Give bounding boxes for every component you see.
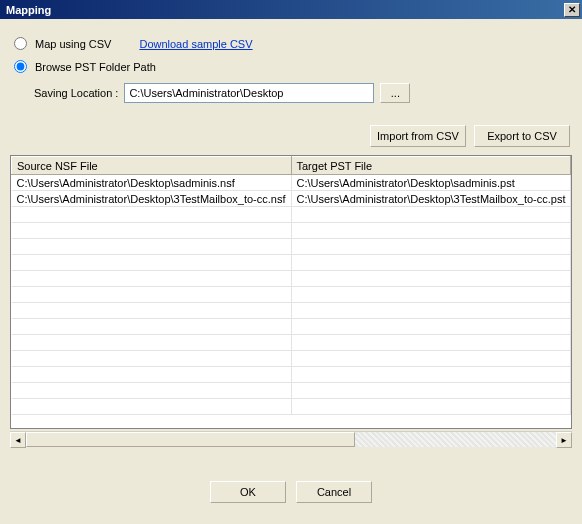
close-button[interactable]: ✕ bbox=[564, 3, 580, 17]
radio-browse-pst[interactable] bbox=[14, 60, 27, 73]
table-row[interactable] bbox=[12, 271, 571, 287]
cancel-button[interactable]: Cancel bbox=[296, 481, 372, 503]
scroll-left-arrow[interactable]: ◄ bbox=[10, 432, 26, 448]
download-sample-link[interactable]: Download sample CSV bbox=[139, 38, 252, 50]
table-row[interactable] bbox=[12, 319, 571, 335]
saving-location-label: Saving Location : bbox=[34, 87, 118, 99]
col-target-header[interactable]: Target PST File bbox=[291, 157, 571, 175]
window-title: Mapping bbox=[6, 4, 564, 16]
cell-target: C:\Users\Administrator\Desktop\3TestMail… bbox=[291, 191, 571, 207]
scroll-right-arrow[interactable]: ► bbox=[556, 432, 572, 448]
table-row[interactable] bbox=[12, 367, 571, 383]
table-row[interactable] bbox=[12, 239, 571, 255]
close-icon: ✕ bbox=[568, 4, 576, 15]
scroll-track[interactable] bbox=[26, 432, 556, 447]
table-row[interactable] bbox=[12, 287, 571, 303]
saving-location-input[interactable] bbox=[124, 83, 374, 103]
export-csv-button[interactable]: Export to CSV bbox=[474, 125, 570, 147]
table-row[interactable] bbox=[12, 351, 571, 367]
table-row[interactable] bbox=[12, 223, 571, 239]
table-row[interactable] bbox=[12, 383, 571, 399]
table-row[interactable] bbox=[12, 399, 571, 415]
import-csv-button[interactable]: Import from CSV bbox=[370, 125, 466, 147]
mapping-table: Source NSF File Target PST File C:\Users… bbox=[10, 155, 572, 429]
table-row[interactable] bbox=[12, 335, 571, 351]
scroll-thumb[interactable] bbox=[26, 432, 355, 447]
table-row[interactable]: C:\Users\Administrator\Desktop\3TestMail… bbox=[12, 191, 571, 207]
radio-browse-pst-label: Browse PST Folder Path bbox=[35, 61, 156, 73]
titlebar: Mapping ✕ bbox=[0, 0, 582, 19]
col-source-header[interactable]: Source NSF File bbox=[12, 157, 292, 175]
radio-map-csv-label: Map using CSV bbox=[35, 38, 111, 50]
option-map-csv[interactable]: Map using CSV Download sample CSV bbox=[14, 37, 572, 50]
cell-target: C:\Users\Administrator\Desktop\sadminis.… bbox=[291, 175, 571, 191]
table-row[interactable] bbox=[12, 303, 571, 319]
horizontal-scrollbar[interactable]: ◄ ► bbox=[10, 431, 572, 447]
table-row[interactable]: C:\Users\Administrator\Desktop\sadminis.… bbox=[12, 175, 571, 191]
option-browse-pst[interactable]: Browse PST Folder Path bbox=[14, 60, 572, 73]
table-row[interactable] bbox=[12, 207, 571, 223]
chevron-left-icon: ◄ bbox=[14, 436, 22, 445]
cell-source: C:\Users\Administrator\Desktop\sadminis.… bbox=[12, 175, 292, 191]
table-row[interactable] bbox=[12, 255, 571, 271]
radio-map-csv[interactable] bbox=[14, 37, 27, 50]
ok-button[interactable]: OK bbox=[210, 481, 286, 503]
chevron-right-icon: ► bbox=[560, 436, 568, 445]
cell-source: C:\Users\Administrator\Desktop\3TestMail… bbox=[12, 191, 292, 207]
browse-button[interactable]: ... bbox=[380, 83, 410, 103]
